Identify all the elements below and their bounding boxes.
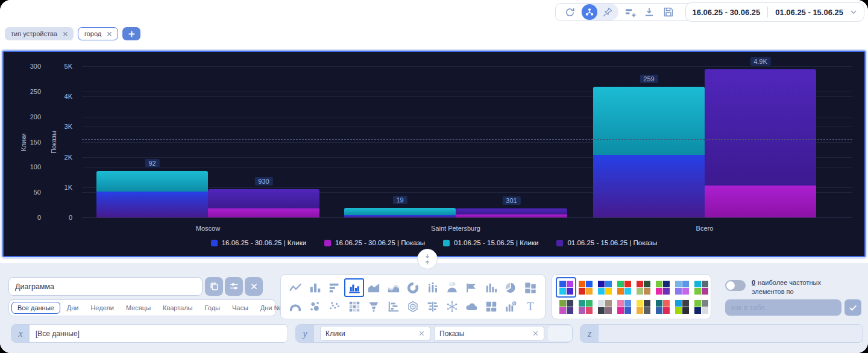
bar-segment[interactable] (344, 215, 456, 217)
funnel-chart-icon[interactable] (364, 297, 383, 316)
add-to-dashboard-icon[interactable] (622, 4, 638, 20)
x-shelf-input[interactable] (30, 325, 288, 342)
palette-option[interactable] (653, 278, 672, 297)
date-range-2: 01.06.25 - 15.06.25 (775, 8, 843, 17)
bar-segment[interactable] (456, 208, 567, 214)
chart-title-input[interactable] (8, 277, 203, 296)
columns-labeled-chart-icon[interactable] (423, 278, 442, 297)
palette-option[interactable] (691, 297, 711, 316)
filter-chip-город[interactable]: город (78, 27, 118, 40)
palette-option[interactable] (576, 278, 595, 297)
grouped-columns-chart-icon[interactable] (344, 278, 363, 297)
bar-segment[interactable] (344, 208, 456, 215)
settings-button[interactable] (225, 277, 243, 296)
area-chart-icon[interactable] (364, 278, 383, 297)
pie-chart-icon[interactable] (501, 278, 520, 297)
legend-item[interactable]: 16.06.25 - 30.06.25 | Показы (324, 239, 425, 246)
remove-field-icon[interactable] (532, 330, 539, 337)
palette-option[interactable] (556, 297, 576, 316)
bar-segment[interactable] (705, 186, 816, 217)
columns-chart-icon[interactable] (305, 278, 324, 297)
bars-chart-icon[interactable] (325, 278, 344, 297)
waterfall-chart-icon[interactable] (482, 278, 501, 297)
palette-option[interactable] (595, 278, 614, 297)
area-range-chart-icon[interactable] (383, 278, 403, 297)
tab-Недели[interactable]: Недели (85, 302, 119, 313)
palette-picker (552, 274, 711, 319)
tab-Месяцы[interactable]: Месяцы (121, 302, 156, 313)
bar-segment[interactable] (96, 171, 208, 192)
heatmap-chart-icon[interactable] (344, 297, 363, 316)
tab-Часы[interactable]: Часы (227, 302, 254, 313)
close-button[interactable] (245, 277, 263, 296)
top-n-toggle[interactable] (725, 280, 746, 291)
save-icon[interactable] (661, 4, 676, 20)
gantt-chart-icon[interactable] (383, 297, 403, 316)
arc-chart-icon[interactable] (286, 297, 305, 316)
bar-segment[interactable] (456, 214, 567, 217)
sort-as-table-input[interactable] (725, 299, 841, 316)
download-icon[interactable] (641, 4, 657, 20)
palette-swatch (617, 300, 624, 307)
chevron-down-icon[interactable] (849, 8, 858, 16)
palette-option[interactable] (634, 297, 653, 316)
palette-option[interactable] (614, 297, 634, 316)
tab-Кварталы[interactable]: Кварталы (157, 302, 198, 313)
radial-chart-icon[interactable] (442, 297, 462, 316)
add-filter-button[interactable] (122, 27, 140, 40)
palette-option[interactable] (634, 278, 653, 297)
bar-segment[interactable] (96, 192, 208, 217)
bar-segment[interactable] (593, 155, 705, 217)
pareto-chart-icon[interactable] (501, 297, 520, 316)
date-range-picker[interactable]: 16.06.25 - 30.06.25 01.06.25 - 15.06.25 (685, 2, 864, 22)
tiles-chart-icon[interactable] (482, 297, 501, 316)
filter-chip-тип устройства[interactable]: тип устройства (5, 27, 74, 40)
wordcloud-chart-icon[interactable] (462, 297, 481, 316)
text-chart-icon[interactable]: T (521, 297, 540, 316)
bar-segment[interactable] (208, 208, 319, 217)
scatter-chart-icon[interactable] (325, 297, 344, 316)
legend-item[interactable]: 01.06.25 - 15.06.25 | Показы (556, 239, 657, 246)
palette-option[interactable] (576, 297, 595, 316)
y-field-Показы[interactable]: Показы (434, 326, 544, 341)
refresh-icon[interactable] (562, 4, 577, 20)
palette-option[interactable] (614, 278, 634, 297)
hex-layers-chart-icon[interactable] (403, 297, 423, 316)
palette-option[interactable] (556, 278, 576, 297)
palette-option[interactable] (653, 297, 672, 316)
apply-button[interactable] (844, 299, 861, 316)
pin-icon[interactable] (600, 4, 615, 20)
lines-chart-icon[interactable] (286, 278, 305, 297)
palette-option[interactable] (691, 278, 711, 297)
palette-swatch (682, 307, 689, 314)
treemap-chart-icon[interactable] (521, 278, 540, 297)
duplicate-button[interactable] (205, 277, 223, 296)
bar-segment[interactable] (593, 87, 705, 155)
flag-chart-icon[interactable] (462, 278, 481, 297)
remove-field-icon[interactable] (418, 330, 425, 337)
y-empty-slot[interactable] (548, 326, 573, 341)
palette-option[interactable] (672, 278, 691, 297)
palette-swatch (624, 307, 631, 314)
palette-option[interactable] (595, 297, 614, 316)
bar-segment[interactable] (208, 189, 319, 208)
tab-Дни[interactable]: Дни (61, 302, 84, 313)
tab-Годы[interactable]: Годы (200, 302, 225, 313)
tab-Все данные[interactable]: Все данные (11, 302, 60, 314)
y-field-Клики[interactable]: Клики (320, 326, 430, 341)
relations-icon[interactable] (582, 4, 597, 20)
tornado-chart-icon[interactable] (423, 297, 442, 316)
legend-item[interactable]: 01.06.25 - 15.06.25 | Клики (443, 239, 538, 246)
z-shelf-input[interactable] (599, 325, 863, 342)
bubbles-chart-icon[interactable] (305, 297, 324, 316)
top-n-count[interactable]: 0 (752, 279, 755, 286)
donut-chart-icon[interactable] (403, 278, 423, 297)
bar-segment[interactable] (705, 69, 816, 186)
gauge-chart-icon[interactable]: 120 (442, 278, 462, 297)
chart-panel[interactable]: 050100150200250300Клики01K2K3K4K5KПоказы… (2, 51, 866, 257)
palette-option[interactable] (672, 297, 691, 316)
legend-item[interactable]: 16.06.25 - 30.06.25 | Клики (211, 239, 306, 246)
remove-filter-icon[interactable] (62, 31, 69, 37)
remove-filter-icon[interactable] (106, 31, 113, 37)
panel-resize-handle[interactable] (417, 249, 438, 269)
